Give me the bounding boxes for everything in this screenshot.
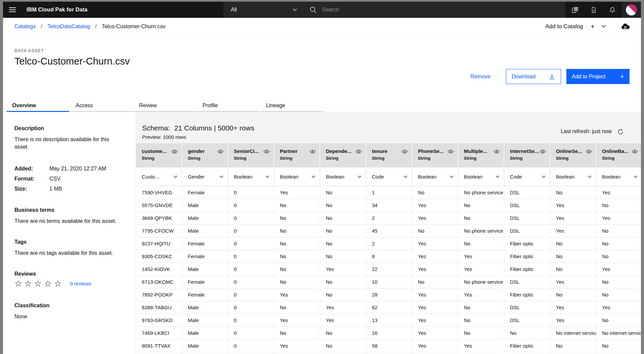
table-header-row: custome...StringgenderStringSeniorCi...S… [136,143,641,167]
meta-label: Format: [14,175,49,183]
column-type-selector[interactable]: Boolean [596,167,641,186]
view-column-eye-icon[interactable] [493,149,500,155]
table-cell: Yes [596,352,641,354]
table-cell: No [458,327,504,339]
view-column-eye-icon[interactable] [263,149,270,155]
table-row: 9763-GRSKDMale0YesYes13YesNoDSLYesNo [136,314,641,327]
table-cell: No [320,288,366,301]
preview-rows-text: Preview: 1000 rows [142,134,254,140]
table-cell: No [320,276,366,288]
table-cell: Yes [412,340,458,352]
plus-icon[interactable]: + [591,23,595,30]
view-column-eye-icon[interactable] [217,149,224,155]
chevron-down-icon [293,8,297,11]
breadcrumb-separator: / [41,24,42,29]
view-column-eye-icon[interactable] [355,149,362,155]
table-cell: Yes [412,301,458,314]
cloud-sync-icon[interactable] [621,24,630,30]
column-type-selector[interactable]: Boolean [228,167,274,186]
tab-overview[interactable]: Overview [7,95,69,112]
asset-header: DATA ASSET Telco-Customer-Churn.csv Remo… [3,48,641,95]
asset-info-sidebar: Description There is no description avai… [3,112,135,354]
table-cell: 0 [228,340,274,352]
star-icon[interactable]: ☆ [24,279,34,288]
table-cell: Male [182,314,228,326]
add-to-project-button[interactable]: Add to Project + [566,69,630,84]
table-cell: No [320,237,366,250]
column-header: custome...String [136,143,182,167]
asset-metadata: Added:May 21, 2020 12:27 AMFormat:CSVSiz… [14,165,124,193]
column-header: OnlineSe...String [550,143,596,167]
table-cell: No [274,263,320,275]
star-icon[interactable]: ☆ [14,279,24,288]
column-type-selector[interactable]: Custo... [136,167,182,186]
column-type-selector[interactable]: Code [366,167,412,186]
view-column-eye-icon[interactable] [309,149,316,155]
column-type-selector[interactable]: Code [504,167,550,186]
apps-icon[interactable] [565,2,584,18]
column-type-selector[interactable]: Boolean [412,167,458,186]
table-cell: 0 [228,237,274,250]
table-cell: 6713-OKOMC [136,276,182,288]
star-icon[interactable]: ☆ [54,279,64,288]
avatar[interactable] [622,2,641,18]
search-scope-dropdown[interactable]: All [224,2,303,18]
view-column-eye-icon[interactable] [632,149,638,155]
table-cell: No [458,199,504,211]
column-type-selector[interactable]: Gender [182,167,228,186]
search-input[interactable] [322,7,457,13]
column-type-label: String [510,156,547,161]
table-cell: No [550,352,596,354]
view-column-eye-icon[interactable] [540,149,546,155]
table-cell: 62 [366,301,412,314]
table-row: 8091-TTVAXMale0YesNo58YesYesFiber opticN… [136,340,641,352]
star-icon[interactable]: ☆ [34,279,44,288]
add-to-catalog-button[interactable]: Add to Catalog [545,23,583,30]
table-cell: No [274,237,320,250]
meta-value: May 21, 2020 12:27 AM [49,165,106,173]
table-cell: No [596,199,641,211]
table-cell: Fiber optic [504,340,550,352]
column-type-selector[interactable]: Boolean [274,167,320,186]
breadcrumb-catalog-link[interactable]: TelcoDataCatalog [48,24,90,29]
column-header: OnlineBa...String [596,143,641,167]
table-cell: Yes [320,301,366,314]
table-cell: 0 [228,276,274,288]
column-type-selector[interactable]: Boolean [320,167,366,186]
view-column-eye-icon[interactable] [447,149,454,155]
view-column-eye-icon[interactable] [586,149,592,155]
column-type-selector[interactable]: Boolean [458,167,504,186]
column-type-label: String [556,156,593,161]
chevron-down-icon[interactable] [601,25,606,28]
star-icon[interactable]: ☆ [44,279,54,288]
notifications-bell-icon[interactable] [603,2,622,18]
view-column-eye-icon[interactable] [401,149,408,155]
table-cell: Yes [274,186,320,199]
tab-profile[interactable]: Profile [197,95,260,112]
download-icon [549,73,555,80]
table-cell: 45 [366,225,412,237]
table-cell: Yes [550,212,596,224]
table-cell: Yes [596,301,641,314]
tab-lineage[interactable]: Lineage [261,95,323,112]
table-cell: 0 [228,327,274,339]
star-rating[interactable]: ☆☆☆☆☆ [14,279,64,288]
view-column-eye-icon[interactable] [171,149,178,155]
tab-access[interactable]: Access [70,95,133,112]
document-icon[interactable] [584,2,603,18]
reviews-count-link[interactable]: 0 reviews [70,281,91,286]
menu-icon[interactable] [3,2,22,18]
refresh-icon[interactable] [617,129,624,135]
download-button[interactable]: Download [506,69,561,84]
table-cell: No [274,212,320,224]
table-cell: No [596,225,641,237]
search-bar[interactable] [303,2,565,18]
column-header: Depende...String [320,143,366,167]
tab-review[interactable]: Review [134,95,196,112]
search-icon [303,6,317,13]
chevron-down-icon [265,175,269,178]
remove-button[interactable]: Remove [470,74,490,80]
column-type-selector[interactable]: Boolean [550,167,596,186]
breadcrumb-catalogs-link[interactable]: Catalogs [14,24,36,29]
table-cell: DSL [504,212,550,224]
